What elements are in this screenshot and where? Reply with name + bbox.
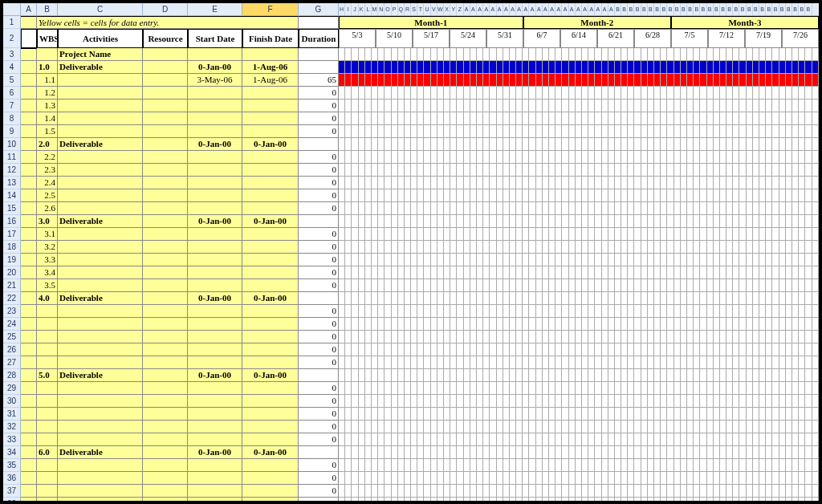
start-date-cell[interactable] — [188, 164, 242, 177]
row-header[interactable]: 6 — [3, 87, 21, 100]
gantt-cell[interactable] — [753, 266, 759, 279]
gantt-cell[interactable] — [628, 382, 634, 395]
col-header-tiny[interactable]: A — [529, 3, 535, 15]
gantt-cell[interactable] — [555, 395, 562, 408]
gantt-cell[interactable] — [602, 279, 608, 292]
gantt-cell[interactable] — [365, 331, 372, 343]
gantt-cell[interactable] — [707, 177, 714, 189]
gantt-cell[interactable] — [714, 164, 720, 177]
gantt-cell[interactable] — [424, 112, 430, 125]
gantt-cell[interactable] — [812, 48, 819, 61]
gantt-cell[interactable] — [608, 189, 615, 202]
gantt-cell[interactable] — [503, 266, 510, 279]
gantt-cell[interactable] — [536, 305, 543, 318]
gantt-cell[interactable] — [687, 331, 694, 343]
duration-cell[interactable]: 0 — [299, 485, 339, 498]
gantt-cell[interactable] — [726, 87, 733, 100]
gantt-cell[interactable] — [772, 48, 779, 61]
gantt-cell[interactable] — [726, 189, 733, 202]
gantt-cell[interactable] — [536, 459, 543, 472]
row-header[interactable]: 19 — [3, 254, 21, 266]
gantt-cell[interactable] — [753, 382, 759, 395]
gantt-cell[interactable] — [503, 395, 510, 408]
gantt-cell[interactable] — [654, 305, 661, 318]
gantt-cell[interactable] — [700, 177, 706, 189]
gantt-cell[interactable] — [490, 343, 496, 356]
gantt-cell[interactable] — [805, 189, 812, 202]
gantt-cell[interactable] — [503, 164, 510, 177]
row-header[interactable]: 14 — [3, 189, 21, 202]
gantt-cell[interactable] — [444, 343, 450, 356]
gantt-cell[interactable] — [733, 74, 739, 87]
gantt-cell[interactable] — [437, 485, 444, 498]
gantt-cell[interactable] — [786, 459, 792, 472]
gantt-cell[interactable] — [339, 164, 345, 177]
gantt-cell[interactable] — [510, 254, 516, 266]
gantt-cell[interactable] — [477, 151, 483, 164]
gantt-cell[interactable] — [470, 48, 477, 61]
gantt-cell[interactable] — [365, 446, 372, 459]
wbs-header[interactable]: WBS — [37, 29, 58, 48]
gantt-cell[interactable] — [372, 485, 378, 498]
gantt-cell[interactable] — [602, 138, 608, 151]
gantt-cell[interactable] — [726, 202, 733, 215]
gantt-cell[interactable] — [667, 292, 673, 305]
gantt-cell[interactable] — [555, 331, 562, 343]
gantt-cell[interactable] — [694, 331, 700, 343]
gantt-cell[interactable] — [477, 228, 483, 241]
cell[interactable] — [21, 292, 37, 305]
gantt-cell[interactable] — [352, 318, 358, 331]
gantt-cell[interactable] — [516, 266, 523, 279]
gantt-cell[interactable] — [786, 446, 792, 459]
gantt-cell[interactable] — [450, 395, 457, 408]
gantt-cell[interactable] — [648, 459, 654, 472]
row-header[interactable]: 25 — [3, 331, 21, 343]
grid-body[interactable]: 1 Yellow cells = cells for data entry. M… — [3, 16, 819, 501]
gantt-cell[interactable] — [497, 433, 503, 446]
gantt-cell[interactable] — [576, 343, 582, 356]
gantt-cell[interactable] — [411, 215, 417, 228]
activity-cell[interactable] — [58, 202, 143, 215]
gantt-cell[interactable] — [470, 254, 477, 266]
gantt-cell[interactable] — [747, 112, 753, 125]
resource-cell[interactable] — [143, 228, 188, 241]
gantt-cell[interactable] — [470, 202, 477, 215]
activity-cell[interactable]: Deliverable — [58, 369, 143, 382]
gantt-cell[interactable] — [483, 177, 490, 189]
finish-date-cell[interactable] — [242, 100, 299, 112]
gantt-cell[interactable] — [588, 241, 595, 254]
gantt-cell[interactable] — [490, 421, 496, 433]
gantt-cell[interactable] — [503, 446, 510, 459]
gantt-cell[interactable] — [490, 202, 496, 215]
gantt-cell[interactable] — [411, 177, 417, 189]
gantt-cell[interactable] — [405, 215, 411, 228]
gantt-cell[interactable] — [477, 74, 483, 87]
col-header-tiny[interactable]: B — [694, 3, 700, 15]
gantt-cell[interactable] — [615, 241, 621, 254]
start-date-cell[interactable] — [188, 254, 242, 266]
gantt-cell[interactable] — [786, 138, 792, 151]
gantt-cell[interactable] — [516, 177, 523, 189]
gantt-cell[interactable] — [345, 215, 352, 228]
gantt-cell[interactable] — [634, 87, 641, 100]
gantt-cell[interactable] — [720, 498, 726, 501]
gantt-cell[interactable] — [470, 138, 477, 151]
gantt-cell[interactable] — [385, 279, 391, 292]
gantt-cell[interactable] — [543, 382, 549, 395]
gantt-cell[interactable] — [385, 395, 391, 408]
gantt-cell[interactable] — [516, 74, 523, 87]
gantt-cell[interactable] — [687, 498, 694, 501]
gantt-cell[interactable] — [812, 395, 819, 408]
gantt-cell[interactable] — [549, 100, 555, 112]
gantt-cell[interactable] — [483, 446, 490, 459]
gantt-cell[interactable] — [372, 395, 378, 408]
gantt-cell[interactable] — [582, 343, 588, 356]
gantt-cell[interactable] — [345, 87, 352, 100]
gantt-cell[interactable] — [437, 100, 444, 112]
gantt-cell[interactable] — [747, 343, 753, 356]
duration-cell[interactable]: 0 — [299, 151, 339, 164]
gantt-cell[interactable] — [345, 485, 352, 498]
gantt-cell[interactable] — [595, 472, 601, 485]
gantt-cell[interactable] — [543, 254, 549, 266]
gantt-cell[interactable] — [621, 164, 628, 177]
